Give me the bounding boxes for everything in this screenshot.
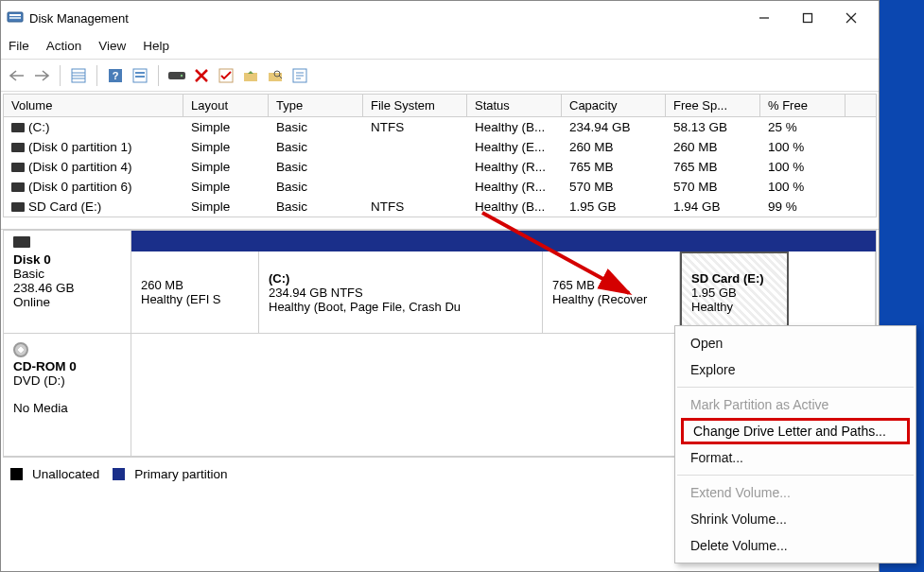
refresh-list-icon[interactable] [68, 65, 89, 86]
legend-primary: Primary partition [134, 467, 227, 481]
minimize-button[interactable] [742, 4, 786, 32]
cm-open[interactable]: Open [675, 330, 915, 356]
svg-rect-2 [9, 17, 21, 19]
svg-rect-4 [804, 14, 812, 23]
forward-icon[interactable] [31, 65, 52, 86]
partition[interactable]: (C:)234.94 GB NTFSHealthy (Boot, Page Fi… [259, 251, 543, 333]
volume-icon [11, 143, 25, 152]
settings-list-icon[interactable] [130, 65, 150, 86]
disk-icon [13, 236, 30, 248]
maximize-button[interactable] [786, 4, 829, 32]
delete-icon[interactable] [191, 65, 212, 86]
svg-point-17 [181, 74, 183, 76]
check-icon[interactable] [216, 65, 236, 86]
drive-icon[interactable] [166, 65, 187, 86]
svg-rect-14 [135, 72, 145, 74]
table-row[interactable]: (Disk 0 partition 6)SimpleBasicHealthy (… [4, 177, 876, 197]
help-icon[interactable]: ? [105, 65, 126, 86]
volume-table: Volume Layout Type File System Status Ca… [3, 94, 877, 217]
table-row[interactable]: (Disk 0 partition 1)SimpleBasicHealthy (… [4, 137, 876, 157]
volume-icon [11, 202, 25, 212]
col-capacity[interactable]: Capacity [562, 95, 666, 116]
disk-0-label[interactable]: Disk 0 Basic 238.46 GB Online [4, 231, 131, 333]
col-fs[interactable]: File System [363, 95, 467, 116]
legend-unallocated-swatch [10, 468, 23, 480]
col-layout[interactable]: Layout [183, 95, 269, 116]
col-type[interactable]: Type [269, 95, 363, 116]
search-icon[interactable] [265, 65, 286, 86]
partition[interactable] [789, 251, 876, 333]
legend-unallocated: Unallocated [32, 467, 99, 481]
volume-icon [11, 182, 25, 192]
folder-up-icon[interactable] [240, 65, 261, 86]
menu-help[interactable]: Help [143, 39, 169, 53]
col-status[interactable]: Status [467, 95, 562, 116]
disk-0-row: Disk 0 Basic 238.46 GB Online 260 MBHeal… [3, 230, 877, 334]
cdrom-label[interactable]: CD-ROM 0 DVD (D:) No Media [4, 334, 131, 456]
table-row[interactable]: SD Card (E:)SimpleBasicNTFSHealthy (B...… [4, 197, 876, 217]
cm-mark-active: Mark Partition as Active [675, 391, 915, 418]
cm-explore[interactable]: Explore [675, 356, 915, 383]
cm-delete[interactable]: Delete Volume... [675, 532, 915, 559]
table-row[interactable]: (Disk 0 partition 4)SimpleBasicHealthy (… [4, 157, 876, 177]
volume-icon [11, 123, 25, 132]
col-volume[interactable]: Volume [4, 95, 183, 116]
volume-icon [11, 163, 25, 172]
menu-file[interactable]: File [9, 39, 29, 53]
cm-extend: Extend Volume... [675, 479, 915, 506]
disk-0-topbar [131, 231, 876, 251]
legend-primary-swatch [113, 468, 125, 480]
cm-shrink[interactable]: Shrink Volume... [675, 506, 915, 532]
col-pct[interactable]: % Free [760, 95, 846, 116]
partition[interactable]: 765 MBHealthy (Recover [543, 251, 680, 333]
partition[interactable]: SD Card (E:)1.95 GBHealthy [680, 251, 789, 333]
close-button[interactable] [829, 4, 873, 32]
back-icon[interactable] [7, 65, 27, 86]
svg-rect-1 [9, 14, 21, 16]
svg-rect-21 [244, 73, 257, 81]
menu-bar: File Action View Help [1, 35, 879, 60]
svg-text:?: ? [113, 70, 119, 81]
title-bar: Disk Management [1, 1, 879, 35]
cm-change-letter[interactable]: Change Drive Letter and Paths... [681, 418, 910, 444]
context-menu: Open Explore Mark Partition as Active Ch… [674, 325, 916, 563]
svg-rect-15 [135, 76, 145, 78]
toolbar: ? [1, 60, 879, 92]
cm-format[interactable]: Format... [675, 444, 915, 471]
properties-icon[interactable] [289, 65, 310, 86]
table-header: Volume Layout Type File System Status Ca… [4, 95, 876, 117]
cd-icon [13, 342, 28, 357]
window-title: Disk Management [29, 11, 742, 26]
col-free[interactable]: Free Sp... [666, 95, 760, 116]
table-row[interactable]: (C:)SimpleBasicNTFSHealthy (B...234.94 G… [4, 117, 876, 137]
menu-action[interactable]: Action [46, 39, 82, 53]
partition[interactable]: 260 MBHealthy (EFI S [131, 251, 259, 333]
svg-rect-16 [168, 72, 185, 79]
app-icon [7, 9, 24, 26]
menu-view[interactable]: View [98, 39, 126, 53]
